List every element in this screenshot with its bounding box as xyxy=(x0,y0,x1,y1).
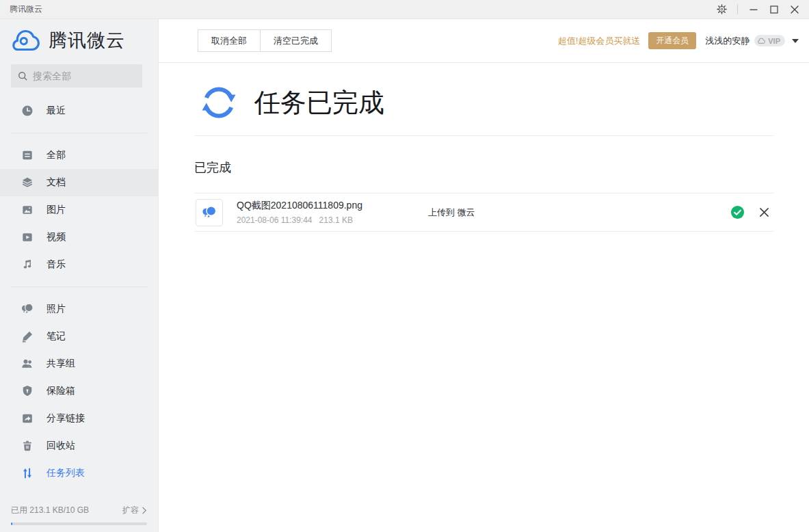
maximize-button[interactable] xyxy=(764,0,784,18)
storage-panel: 已用 213.1 KB/10 GB 扩容 xyxy=(11,505,147,525)
sidebar-item-label: 音乐 xyxy=(47,258,66,271)
file-size: 213.1 KB xyxy=(319,215,353,225)
minimize-icon xyxy=(750,5,758,14)
sidebar-item-label: 任务列表 xyxy=(47,467,85,479)
task-action-text: 上传到 微云 xyxy=(428,207,475,219)
open-vip-button[interactable]: 开通会员 xyxy=(648,32,696,49)
sidebar-item-label: 笔记 xyxy=(47,330,66,343)
sidebar-item-videos[interactable]: 视频 xyxy=(0,224,158,251)
image-icon xyxy=(21,203,34,217)
sidebar-item-all[interactable]: 全部 xyxy=(0,142,158,169)
app-logo: 腾讯微云 xyxy=(0,19,158,53)
expand-storage-link[interactable]: 扩容 xyxy=(122,505,147,516)
window-title: 腾讯微云 xyxy=(10,3,42,15)
file-name: QQ截图20210806111809.png xyxy=(237,200,362,212)
gear-icon xyxy=(716,3,728,15)
close-icon xyxy=(791,5,799,14)
sidebar-item-label: 最近 xyxy=(47,105,66,117)
sidebar-item-label: 回收站 xyxy=(47,440,75,452)
weiyun-cloud-logo-icon xyxy=(11,29,42,52)
sidebar-item-recent[interactable]: 最近 xyxy=(0,97,158,124)
sidebar-item-label: 文档 xyxy=(47,176,66,189)
account-menu-button[interactable] xyxy=(792,39,799,43)
completed-section-title: 已完成 xyxy=(194,159,773,176)
content-header: 取消全部 清空已完成 超值!超级会员买就送 开通会员 浅浅的安静 VIP xyxy=(159,19,809,63)
sidebar-divider xyxy=(11,133,147,133)
check-circle-icon xyxy=(730,205,745,220)
remove-task-button[interactable] xyxy=(759,207,769,217)
search-input[interactable] xyxy=(33,70,136,81)
shield-icon xyxy=(21,384,34,398)
sidebar-item-label: 照片 xyxy=(47,303,66,315)
task-success-status xyxy=(730,205,745,220)
balloons-thumbnail-icon xyxy=(201,204,217,221)
caret-down-icon xyxy=(792,39,799,43)
transfer-icon xyxy=(21,466,34,480)
sidebar-divider xyxy=(11,287,147,287)
main-content: 取消全部 清空已完成 超值!超级会员买就送 开通会员 浅浅的安静 VIP xyxy=(158,19,809,532)
file-datetime: 2021-08-06 11:39:44 xyxy=(237,215,313,225)
sidebar-nav: 最近 全部 文档 xyxy=(0,97,158,487)
storage-progress-bar xyxy=(11,522,147,525)
maximize-icon xyxy=(770,5,778,14)
minimize-button[interactable] xyxy=(743,0,764,18)
sidebar-item-pictures[interactable]: 图片 xyxy=(0,196,158,224)
sidebar-item-shared-groups[interactable]: 共享组 xyxy=(0,350,158,377)
sidebar-item-label: 分享链接 xyxy=(47,412,85,425)
x-icon xyxy=(759,207,769,217)
task-row: QQ截图20210806111809.png 2021-08-06 11:39:… xyxy=(194,193,773,232)
titlebar-separator xyxy=(737,4,738,14)
pencil-icon xyxy=(21,330,34,343)
file-info: QQ截图20210806111809.png 2021-08-06 11:39:… xyxy=(237,200,362,225)
vip-cloud-icon xyxy=(757,38,766,44)
sidebar-item-notes[interactable]: 笔记 xyxy=(0,323,158,350)
sync-icon xyxy=(200,84,237,121)
people-icon xyxy=(21,357,34,371)
vip-badge-label: VIP xyxy=(768,37,780,45)
sidebar-item-music[interactable]: 音乐 xyxy=(0,251,158,278)
section-divider xyxy=(194,135,773,136)
balloons-icon xyxy=(21,302,34,316)
sidebar-item-safe-box[interactable]: 保险箱 xyxy=(0,377,158,405)
cancel-all-button[interactable]: 取消全部 xyxy=(198,29,261,52)
sidebar-item-documents[interactable]: 文档 xyxy=(0,169,158,196)
trash-icon xyxy=(21,439,34,453)
share-icon xyxy=(21,412,34,425)
window-titlebar: 腾讯微云 xyxy=(0,0,809,19)
sidebar-item-label: 保险箱 xyxy=(47,385,75,397)
search-box[interactable] xyxy=(11,64,142,88)
video-icon xyxy=(21,230,34,244)
clear-completed-button[interactable]: 清空已完成 xyxy=(261,29,332,52)
settings-button[interactable] xyxy=(711,0,732,18)
music-icon xyxy=(21,258,34,271)
close-button[interactable] xyxy=(784,0,805,18)
sidebar-item-recycle-bin[interactable]: 回收站 xyxy=(0,432,158,460)
vip-promo-text[interactable]: 超值!超级会员买就送 xyxy=(558,35,641,47)
username: 浅浅的安静 xyxy=(705,35,750,47)
sidebar-item-label: 全部 xyxy=(47,149,66,161)
storage-progress-fill xyxy=(11,522,12,525)
file-meta: 2021-08-06 11:39:44 213.1 KB xyxy=(237,215,362,225)
expand-storage-label: 扩容 xyxy=(122,505,139,516)
page-title: 任务已完成 xyxy=(254,85,384,120)
sidebar-item-share-links[interactable]: 分享链接 xyxy=(0,405,158,432)
layers-icon xyxy=(21,176,34,189)
file-thumbnail[interactable] xyxy=(196,199,223,226)
files-icon xyxy=(21,148,34,162)
sidebar: 腾讯微云 最近 xyxy=(0,19,158,532)
sidebar-item-label: 视频 xyxy=(47,231,66,243)
sidebar-item-photos[interactable]: 照片 xyxy=(0,295,158,323)
task-status-block: 任务已完成 xyxy=(159,63,809,121)
storage-used-text: 已用 213.1 KB/10 GB xyxy=(11,505,89,516)
sidebar-item-label: 共享组 xyxy=(47,358,75,370)
chevron-right-icon xyxy=(142,507,147,514)
sidebar-item-task-list[interactable]: 任务列表 xyxy=(0,460,158,487)
app-logo-text: 腾讯微云 xyxy=(49,28,125,53)
clock-icon xyxy=(21,104,34,118)
vip-badge[interactable]: VIP xyxy=(754,35,785,46)
sidebar-item-label: 图片 xyxy=(47,204,66,216)
search-icon xyxy=(17,70,28,81)
